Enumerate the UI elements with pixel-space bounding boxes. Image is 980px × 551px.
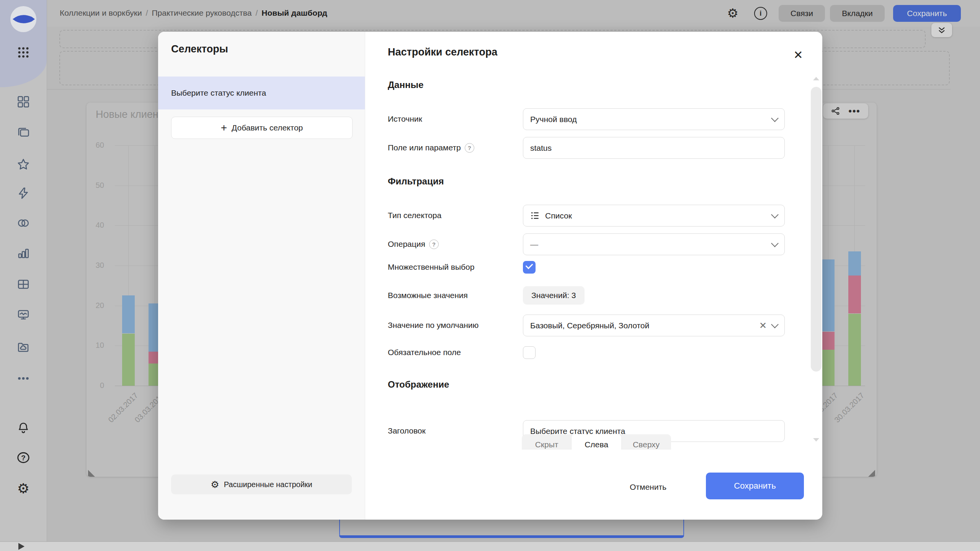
selector-type-select[interactable]: Список [523,205,785,227]
breadcrumb: Коллекции и воркбуки / Практические руко… [60,8,327,18]
notifications-bell-icon[interactable] [16,421,30,435]
resize-handle-bottom-left[interactable] [88,470,95,477]
links-button[interactable]: Связи [779,5,825,22]
quick-actions-lightning-icon[interactable] [16,186,30,200]
scroll-down-arrow-icon[interactable] [813,438,819,442]
bar-segment-blue[interactable] [122,295,135,333]
top-bar: Коллекции и воркбуки / Практические руко… [47,0,980,27]
title-position-segmented-control: Скрыт Слева Сверху [522,434,671,450]
bar-segment-pink[interactable] [822,332,835,350]
chevron-double-down-icon [938,26,946,34]
settings-scroll-area[interactable]: Данные Источник Ручной ввод Поле или пар… [365,77,811,450]
bottom-bar [0,541,980,551]
operation-select[interactable]: — [523,233,785,255]
field-label: Поле или параметр ? [388,142,474,153]
y-axis-tick: 30 [87,261,104,270]
section-heading-display: Отображение [388,379,449,390]
apps-grid-icon[interactable] [16,46,30,59]
segment-hidden[interactable]: Скрыт [522,434,572,450]
chevron-down-icon [771,321,779,328]
breadcrumb-collections[interactable]: Коллекции и воркбуки [60,8,142,18]
breadcrumb-current-dashboard: Новый дашборд [261,8,327,18]
y-axis-tick: 10 [87,341,104,350]
selector-settings-modal: Селекторы Выберите статус клиента + Доба… [158,32,822,520]
header-title-label: Заголовок [388,425,426,437]
tabs-button[interactable]: Вкладки [830,5,885,22]
source-select[interactable]: Ручной ввод [523,108,785,130]
datalens-logo[interactable] [10,5,37,33]
bar-segment-blue[interactable] [822,259,835,331]
more-ellipsis-icon[interactable] [16,372,30,385]
advanced-settings-button[interactable]: ⚙ Расширенные настройки [171,474,352,494]
resize-handle-bottom-right[interactable] [868,470,875,477]
close-icon[interactable]: ✕ [790,46,807,63]
field-input[interactable]: status [523,137,785,159]
bar-segment-green[interactable] [822,350,835,386]
gear-icon: ⚙ [211,480,219,489]
scroll-up-arrow-icon[interactable] [813,77,819,80]
selector-widget-accent-bar [339,535,684,538]
tables-icon[interactable] [16,277,30,291]
y-axis-tick: 60 [87,141,104,150]
collections-folders-icon[interactable] [16,126,30,139]
values-count-badge[interactable]: Значений: 3 [523,286,585,305]
breadcrumb-workbook[interactable]: Практические руководства [152,8,252,18]
chevron-down-icon [771,211,779,218]
plus-icon: + [221,124,227,132]
help-icon[interactable]: ? [16,451,30,465]
storage-folder-cloud-icon[interactable] [16,340,30,354]
default-value-combobox[interactable]: Базовый, Серебряный, Золотой ✕ [523,315,785,336]
segment-top[interactable]: Сверху [621,434,671,450]
operation-label: Операция ? [388,238,439,250]
settings-panel-title: Настройки селектора [388,46,497,58]
expand-sidebar-arrow-icon[interactable] [18,543,24,550]
y-axis-tick: 0 [87,381,104,390]
add-selector-button[interactable]: + Добавить селектор [171,117,353,139]
required-field-checkbox[interactable] [523,346,536,359]
multi-select-checkbox[interactable] [523,261,536,274]
sidebar: ? ⚙ [0,0,47,541]
list-icon [530,211,540,220]
clear-value-icon[interactable]: ✕ [759,320,767,331]
multi-select-label: Множественный выбор [388,261,474,273]
selectors-panel-title: Селекторы [171,43,228,55]
required-field-label: Обязательное поле [388,347,461,358]
section-heading-data: Данные [388,80,423,90]
monitoring-icon[interactable] [16,308,30,322]
widgets-icon[interactable] [16,95,30,109]
bar-segment-green[interactable] [122,334,135,386]
selector-type-label: Тип селектора [388,210,441,221]
favorites-star-icon[interactable] [16,158,30,171]
source-label: Источник [388,113,422,125]
bar-segment-pink[interactable] [848,276,861,313]
help-circle-icon[interactable]: ? [465,143,474,153]
connections-venn-icon[interactable] [16,216,30,230]
bar-segment-blue[interactable] [848,251,861,276]
breadcrumb-separator: / [146,8,148,18]
collapse-panel-button[interactable] [931,23,952,37]
cancel-button[interactable]: Отменить [617,479,679,495]
y-axis-tick: 40 [87,221,104,230]
widget-menu-ellipsis-icon[interactable]: ••• [849,109,861,113]
dashboard-settings-gear-icon[interactable]: ⚙ [725,6,740,21]
share-links-icon[interactable] [831,106,841,116]
modal-scrollbar-thumb[interactable] [811,87,822,372]
y-axis-tick: 50 [87,181,104,190]
possible-values-label: Возможные значения [388,290,468,301]
default-value-label: Значение по умолчанию [388,320,479,331]
info-icon[interactable]: i [753,6,768,21]
chevron-down-icon [771,114,779,122]
bar-segment-green[interactable] [848,314,861,386]
selector-item-label: Выберите статус клиента [171,88,266,98]
segment-left[interactable]: Слева [572,434,621,450]
y-axis-tick: 20 [87,301,104,310]
breadcrumb-separator: / [255,8,258,18]
charts-bar-icon[interactable] [16,246,30,260]
save-dashboard-button[interactable]: Сохранить [893,5,961,22]
save-selector-button[interactable]: Сохранить [706,473,804,499]
selector-list-item-selected[interactable]: Выберите статус клиента [158,77,365,109]
settings-gear-icon[interactable]: ⚙ [16,482,30,496]
chevron-down-icon [771,240,779,247]
help-circle-icon[interactable]: ? [429,240,439,249]
widget-actions-pill: ••• [823,103,868,119]
